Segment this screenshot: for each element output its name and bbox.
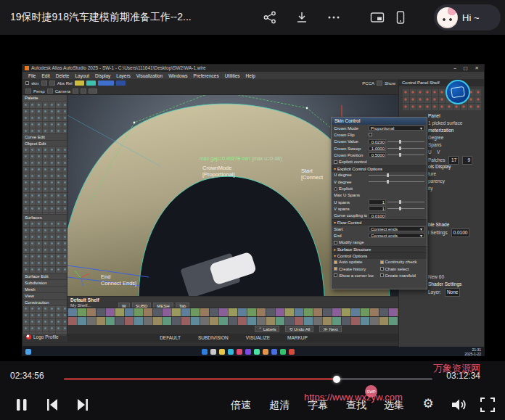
u-spans-field[interactable]: 1 bbox=[369, 199, 386, 205]
menu-visualization[interactable]: Visualization bbox=[136, 73, 163, 78]
volume-icon[interactable] bbox=[450, 396, 467, 413]
app-icon[interactable] bbox=[263, 349, 268, 355]
menu-windows[interactable]: Windows bbox=[168, 73, 187, 78]
menu-utilities[interactable]: Utilities bbox=[225, 73, 240, 78]
app-icon[interactable] bbox=[245, 349, 251, 355]
layer-chip-teal[interactable] bbox=[86, 81, 96, 86]
add-camera-icon[interactable] bbox=[47, 88, 53, 94]
tool-box-icon[interactable] bbox=[377, 81, 382, 86]
modify-range-checkbox[interactable] bbox=[334, 241, 337, 244]
explicit-options-section[interactable]: ▾ Explicit Control Options bbox=[332, 165, 427, 172]
crown-value-field[interactable]: 0.0230 bbox=[369, 139, 386, 144]
pcca-label[interactable]: PCCA bbox=[362, 81, 374, 86]
palette-section-curve-edit[interactable]: Curve Edit bbox=[22, 133, 67, 140]
control-options-section[interactable]: ▾ Control Options bbox=[332, 252, 427, 259]
v-degree-slider[interactable] bbox=[369, 181, 424, 182]
layer-selector[interactable]: None bbox=[445, 288, 461, 297]
app-icon[interactable] bbox=[237, 349, 242, 355]
crown-flip-checkbox[interactable] bbox=[369, 133, 372, 136]
palette-icon-grid[interactable] bbox=[22, 305, 67, 334]
undo-all-button[interactable]: ⟲ Undo All bbox=[285, 326, 313, 332]
share-icon[interactable] bbox=[263, 10, 277, 25]
tool-box-icon[interactable] bbox=[41, 81, 47, 86]
tab-default[interactable]: DEFAULT bbox=[160, 335, 181, 340]
next-episode-button[interactable] bbox=[74, 396, 91, 413]
flow-end-dropdown[interactable]: Connect ends▾ bbox=[369, 233, 424, 238]
menu-delete[interactable]: Delete bbox=[56, 73, 70, 78]
subtitle-button[interactable]: 字幕 bbox=[308, 399, 328, 412]
palette-section-object-edit[interactable]: Object Edit bbox=[22, 140, 67, 147]
u-spans-slider[interactable] bbox=[387, 202, 424, 202]
palette-section-surfaces[interactable]: Surfaces bbox=[22, 214, 67, 221]
taskbar-app-icons[interactable] bbox=[31, 349, 464, 355]
app-icon[interactable] bbox=[271, 349, 277, 355]
more-options-icon[interactable] bbox=[327, 10, 341, 25]
app-icon[interactable] bbox=[280, 349, 286, 355]
u-degree-slider[interactable] bbox=[369, 175, 424, 176]
user-avatar[interactable] bbox=[437, 7, 458, 28]
logo-profile[interactable]: Logo Profile bbox=[26, 334, 59, 339]
previous-button[interactable] bbox=[44, 396, 61, 413]
pause-button[interactable] bbox=[13, 396, 30, 413]
explorer-icon[interactable] bbox=[219, 349, 225, 355]
flow-start-dropdown[interactable]: Connect ends▾ bbox=[369, 226, 424, 231]
patches-v-value[interactable]: 9 bbox=[462, 156, 472, 165]
shelf-icon-strip[interactable] bbox=[67, 316, 400, 325]
taskbar-clock[interactable]: 21:31 2025-1-22 bbox=[464, 347, 481, 356]
shelf-icon-strip[interactable] bbox=[67, 308, 400, 316]
coupling-field[interactable]: 0.0100 bbox=[369, 213, 386, 218]
auto-update-checkbox[interactable] bbox=[334, 260, 337, 264]
edge-icon[interactable] bbox=[228, 349, 234, 355]
window-controls[interactable]: – ▢ ✕ bbox=[453, 65, 482, 72]
palette-section-surface-edit[interactable]: Surface Edit bbox=[22, 273, 67, 279]
mobile-screen-icon[interactable] bbox=[393, 10, 408, 25]
show-toggle[interactable]: Show bbox=[385, 81, 395, 86]
crown-position-field[interactable]: 0.5000 bbox=[369, 152, 386, 157]
crown-position-slider[interactable] bbox=[387, 155, 424, 155]
layer-chip-navy[interactable] bbox=[116, 81, 126, 86]
weather-widget-icon[interactable] bbox=[25, 349, 31, 355]
fullscreen-icon[interactable] bbox=[479, 396, 496, 413]
camera-label[interactable]: Camera bbox=[55, 89, 70, 94]
app-icon[interactable] bbox=[254, 349, 260, 355]
tool-box-icon[interactable] bbox=[81, 88, 86, 94]
abs-rel-toggle[interactable]: Abs Rel bbox=[57, 81, 73, 86]
tool-box-icon[interactable] bbox=[49, 81, 55, 86]
corner-loc-checkbox[interactable] bbox=[334, 273, 337, 277]
labels-button[interactable]: ⌃ Labels bbox=[255, 326, 279, 332]
layer-chip-yellow[interactable] bbox=[75, 81, 84, 86]
crown-value-slider[interactable] bbox=[387, 141, 424, 142]
skin-toggle-label[interactable]: skin bbox=[31, 81, 39, 86]
download-icon[interactable] bbox=[295, 10, 309, 25]
flow-control-section[interactable]: ▾ Flow Control bbox=[332, 219, 427, 226]
menu-layers[interactable]: Layers bbox=[116, 73, 131, 78]
menu-preferences[interactable]: Preferences bbox=[194, 73, 219, 78]
menu-display[interactable]: Display bbox=[95, 73, 110, 78]
menu-help[interactable]: Help bbox=[246, 73, 255, 78]
palette-icon-grid[interactable] bbox=[22, 221, 67, 273]
find-button[interactable]: 查找 bbox=[346, 399, 366, 412]
progress-bar[interactable] bbox=[64, 378, 432, 380]
menu-edit[interactable]: Edit bbox=[41, 73, 49, 78]
video-frame[interactable]: Autodesk Alias AutoStudio 2025 - SW-1 - … bbox=[0, 35, 505, 361]
tool-box-icon[interactable] bbox=[73, 88, 78, 94]
speed-button[interactable]: 倍速 bbox=[231, 399, 251, 412]
crown-sweep-field[interactable]: 1.0000 bbox=[369, 146, 386, 151]
explicit-control-checkbox[interactable] bbox=[334, 160, 337, 164]
skin-checkbox[interactable] bbox=[25, 81, 29, 85]
create-history-checkbox[interactable] bbox=[334, 267, 337, 271]
tab-markup[interactable]: MARKUP bbox=[287, 335, 308, 340]
tab-subdivision[interactable]: SUBDIVISION bbox=[198, 335, 229, 340]
palette-section-subdivision[interactable]: Subdivision bbox=[22, 279, 67, 286]
palette-icon-grid[interactable] bbox=[22, 102, 67, 133]
palette-section-construction[interactable]: Construction bbox=[22, 299, 67, 305]
tool-chip[interactable] bbox=[89, 88, 97, 94]
persp-view-label[interactable]: Persp bbox=[33, 89, 45, 94]
tab-visualize[interactable]: VISUALIZE bbox=[246, 335, 270, 340]
account-pill[interactable]: Hi ~ bbox=[434, 4, 501, 30]
palette-icon-grid[interactable] bbox=[22, 147, 67, 214]
progress-handle[interactable] bbox=[333, 376, 340, 383]
palette-section-mesh[interactable]: Mesh bbox=[22, 286, 67, 292]
continuity-check-checkbox[interactable] bbox=[380, 260, 384, 264]
grid-view-icon[interactable] bbox=[25, 88, 31, 94]
